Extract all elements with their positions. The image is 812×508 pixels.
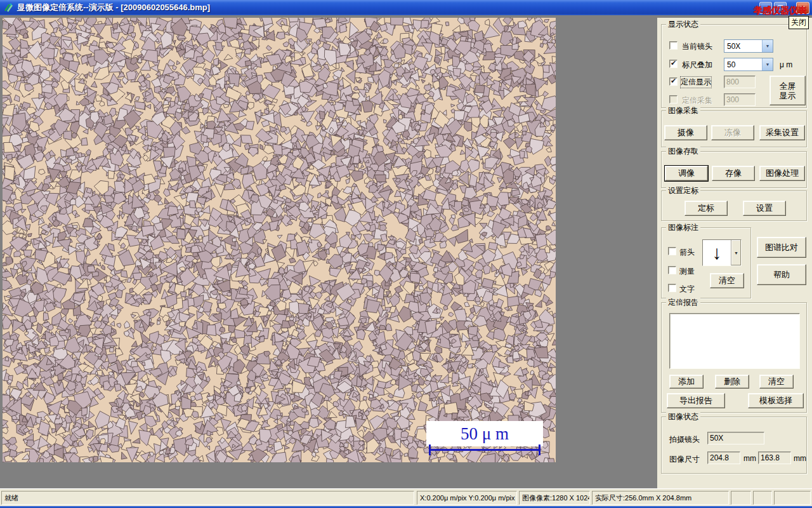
report-listbox[interactable] xyxy=(669,313,800,369)
report-add-button[interactable]: 添加 xyxy=(669,375,704,389)
calibrate-button[interactable]: 定标 xyxy=(684,201,728,216)
group-display-status: 显示状态 当前镜头 50X ▼ 标尺叠加 50 ▼ μ m 定倍显示 800 全… xyxy=(661,24,807,108)
fixed-capture-input: 300 xyxy=(724,93,756,106)
report-clear-button[interactable]: 清空 xyxy=(759,375,794,389)
width-unit-label: mm xyxy=(743,454,756,463)
report-delete-button[interactable]: 删除 xyxy=(715,375,749,389)
current-lens-label: 当前镜头 xyxy=(682,41,712,52)
help-button[interactable]: 帮助 xyxy=(757,264,806,285)
ruler-value-select[interactable]: 50 ▼ xyxy=(724,58,773,71)
group-annotation: 图像标注 箭头 测量 文字 ↓ ▼ 清空 xyxy=(661,227,751,298)
arrow-label: 箭头 xyxy=(679,247,695,258)
group-image-storage: 图像存取 调像 存像 图像处理 xyxy=(661,151,807,188)
group-report-title: 定倍报告 xyxy=(666,298,700,307)
close-tooltip: 关闭 xyxy=(789,16,809,29)
save-image-button[interactable]: 存像 xyxy=(712,166,755,181)
load-image-button[interactable]: 调像 xyxy=(665,166,708,181)
chevron-down-icon[interactable]: ▼ xyxy=(762,40,773,52)
status-scale: X:0.200μ m/pix Y:0.200μ m/pix xyxy=(417,491,517,505)
group-display-status-title: 显示状态 xyxy=(666,20,700,29)
height-unit-label: mm xyxy=(794,454,806,463)
measure-checkbox[interactable] xyxy=(668,266,676,274)
fixed-capture-label: 定倍采集 xyxy=(682,95,712,106)
atlas-compare-button[interactable]: 图谱比对 xyxy=(757,237,806,258)
status-empty-3 xyxy=(774,491,811,505)
group-annotation-title: 图像标注 xyxy=(666,223,700,232)
fixed-display-input: 800 xyxy=(724,76,756,88)
arrow-style-select[interactable]: ↓ ▼ xyxy=(702,239,742,266)
fullscreen-line2: 显示 xyxy=(780,91,796,100)
calib-settings-button[interactable]: 设置 xyxy=(743,201,786,216)
scale-bar-line xyxy=(429,449,540,451)
arrow-checkbox[interactable] xyxy=(668,247,676,255)
group-calibration-title: 设置定标 xyxy=(666,186,700,195)
fixed-capture-checkbox xyxy=(669,95,678,104)
chevron-down-icon[interactable]: ▼ xyxy=(762,58,773,70)
chevron-down-icon[interactable]: ▼ xyxy=(731,240,741,265)
ruler-unit-label: μ m xyxy=(780,60,792,69)
group-image-capture-title: 图像采集 xyxy=(666,106,700,115)
app-window: 显微图像定倍系统--演示版 - [20090602055646.bmp] _ ❐… xyxy=(0,0,812,508)
fixed-display-checkbox[interactable] xyxy=(669,77,678,86)
status-ready: 就绪 xyxy=(1,491,414,505)
window-title: 显微图像定倍系统--演示版 - [20090602055646.bmp] xyxy=(17,2,210,13)
group-calibration: 设置定标 定标 设置 xyxy=(661,190,807,221)
scale-bar-label: 50 μ m xyxy=(426,421,543,446)
group-image-storage-title: 图像存取 xyxy=(666,147,700,156)
text-label: 文字 xyxy=(679,284,695,295)
status-bar: 就绪 X:0.200μ m/pix Y:0.200μ m/pix 图像像素:12… xyxy=(0,488,812,506)
template-select-button[interactable]: 模板选择 xyxy=(748,393,804,408)
size-label: 图像尺寸 xyxy=(669,454,700,465)
ruler-overlay-checkbox[interactable] xyxy=(669,60,678,68)
freeze-button: 冻像 xyxy=(711,125,754,140)
export-report-button[interactable]: 导出报告 xyxy=(667,393,725,408)
ruler-value: 50 xyxy=(724,60,762,69)
fullscreen-line1: 全屏 xyxy=(780,81,796,91)
clear-annotation-button[interactable]: 清空 xyxy=(710,273,744,288)
app-icon xyxy=(4,3,14,13)
vendor-watermark: 孝感仪器仪表 xyxy=(754,5,807,17)
capture-settings-button[interactable]: 采集设置 xyxy=(759,125,805,140)
group-image-status: 图像状态 拍摄镜头 50X 图像尺寸 204.8 mm 163.8 mm xyxy=(661,417,807,474)
status-pixels: 图像像素:1280 X 1024 xyxy=(519,491,590,505)
current-lens-select[interactable]: 50X ▼ xyxy=(724,39,773,53)
current-lens-checkbox[interactable] xyxy=(669,41,678,50)
group-image-capture: 图像采集 摄像 冻像 采集设置 xyxy=(661,110,807,147)
group-report: 定倍报告 添加 删除 清空 导出报告 模板选择 xyxy=(661,302,807,413)
lens-value-field: 50X xyxy=(707,432,764,444)
group-image-status-title: 图像状态 xyxy=(666,412,700,421)
shoot-button[interactable]: 摄像 xyxy=(664,125,707,140)
control-panel: 显示状态 当前镜头 50X ▼ 标尺叠加 50 ▼ μ m 定倍显示 800 全… xyxy=(657,18,812,488)
current-lens-value: 50X xyxy=(724,42,762,51)
fullscreen-button[interactable]: 全屏 显示 xyxy=(769,76,806,105)
micrograph-image[interactable] xyxy=(3,18,556,462)
title-bar: 显微图像定倍系统--演示版 - [20090602055646.bmp] xyxy=(0,0,812,15)
text-checkbox[interactable] xyxy=(668,284,676,292)
image-viewport: 50 μ m xyxy=(3,18,556,462)
image-process-button[interactable]: 图像处理 xyxy=(759,166,805,181)
status-empty-2 xyxy=(753,491,772,505)
image-height-field: 163.8 xyxy=(758,451,791,464)
image-width-field: 204.8 xyxy=(707,451,740,464)
lens-label: 拍摄镜头 xyxy=(669,434,700,445)
ruler-overlay-label: 标尺叠加 xyxy=(682,60,712,70)
status-actual-size: 实际尺寸:256.0mm X 204.8mm xyxy=(592,491,729,505)
measure-label: 测量 xyxy=(679,266,695,277)
down-arrow-icon: ↓ xyxy=(703,240,731,265)
status-empty-1 xyxy=(731,491,751,505)
fixed-display-label: 定倍显示 xyxy=(681,77,711,88)
